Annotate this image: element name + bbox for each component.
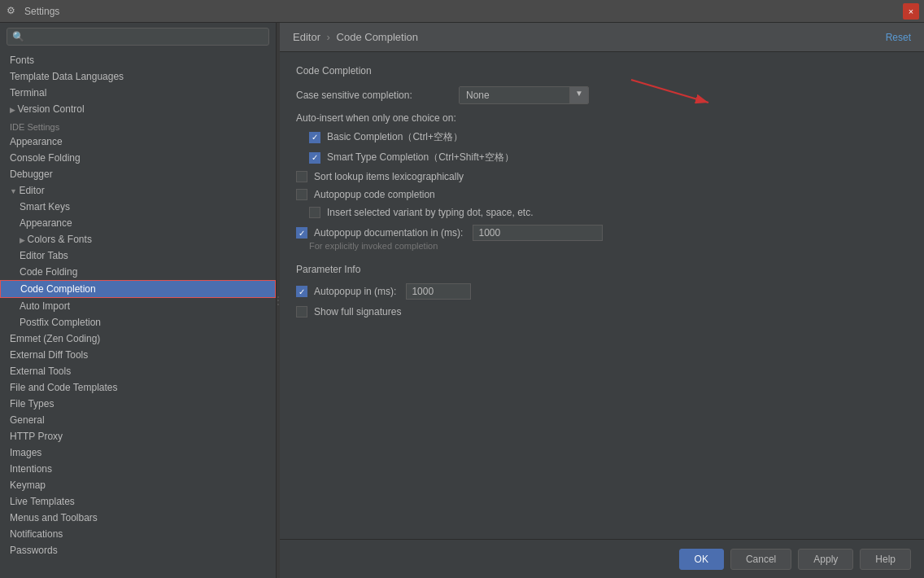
sidebar-item-smart-keys[interactable]: Smart Keys: [0, 199, 276, 215]
breadcrumb-code-completion: Code Completion: [337, 31, 418, 43]
smart-type-checkbox[interactable]: [309, 152, 320, 164]
sidebar-item-auto-import[interactable]: Auto Import: [0, 298, 276, 314]
parameter-info-section: Parameter Info Autopopup in (ms): Show f…: [296, 264, 908, 317]
search-input[interactable]: [28, 31, 264, 42]
sidebar-item-file-and-code-templates[interactable]: File and Code Templates: [0, 379, 276, 396]
sidebar-item-editor[interactable]: Editor: [0, 182, 276, 199]
search-box: 🔍: [7, 28, 269, 46]
sidebar-item-http-proxy[interactable]: HTTP Proxy: [0, 428, 276, 444]
sidebar-item-appearance[interactable]: Appearance: [0, 134, 276, 150]
sidebar-item-external-diff-tools[interactable]: External Diff Tools: [0, 347, 276, 363]
content-body: Code Completion Case sensitive completio…: [280, 52, 924, 539]
sidebar-item-debugger[interactable]: Debugger: [0, 166, 276, 182]
sidebar-item-passwords[interactable]: Passwords: [0, 542, 276, 558]
insert-selected-row: Insert selected variant by typing dot, s…: [296, 207, 908, 218]
autopopup-doc-input[interactable]: [473, 225, 603, 241]
breadcrumb-editor: Editor: [293, 31, 320, 43]
sidebar-item-file-types[interactable]: File Types: [0, 396, 276, 412]
sidebar-item-colors-fonts[interactable]: Colors & Fonts: [0, 231, 276, 247]
titlebar: ⚙ Settings ×: [0, 0, 924, 23]
autopopup-code-row: Autopopup code completion: [296, 189, 908, 200]
main-container: 🔍 Fonts Template Data Languages Terminal…: [0, 23, 924, 578]
breadcrumb: Editor › Code Completion: [293, 31, 418, 43]
sidebar-item-console-folding[interactable]: Console Folding: [0, 150, 276, 166]
sidebar: 🔍 Fonts Template Data Languages Terminal…: [0, 23, 277, 578]
content-area: Editor › Code Completion Reset Code Comp…: [280, 23, 924, 578]
sidebar-list: Fonts Template Data Languages Terminal V…: [0, 50, 276, 578]
autopopup-doc-label: Autopopup documentation in (ms):: [314, 227, 463, 239]
show-full-signatures-label: Show full signatures: [314, 306, 401, 317]
close-button[interactable]: ×: [903, 3, 919, 20]
case-sensitive-label: Case sensitive completion:: [296, 90, 459, 101]
basic-completion-label: Basic Completion（Ctrl+空格）: [327, 130, 463, 144]
sidebar-item-code-folding[interactable]: Code Folding: [0, 264, 276, 280]
autopopup-hint: For explicitly invoked completion: [296, 241, 908, 251]
sidebar-item-live-templates[interactable]: Live Templates: [0, 493, 276, 510]
autopopup-doc-checkbox[interactable]: [296, 227, 307, 239]
basic-completion-row: Basic Completion（Ctrl+空格）: [296, 130, 908, 144]
dropdown-arrow-icon[interactable]: ▼: [569, 87, 588, 103]
apply-button[interactable]: Apply: [798, 549, 853, 570]
insert-selected-label: Insert selected variant by typing dot, s…: [327, 207, 533, 218]
sort-lookup-checkbox[interactable]: [296, 171, 307, 182]
autopopup-in-checkbox[interactable]: [296, 286, 307, 297]
reset-button[interactable]: Reset: [886, 32, 911, 43]
autopopup-in-label: Autopopup in (ms):: [314, 286, 396, 297]
autopopup-code-label: Autopopup code completion: [314, 189, 435, 200]
window-title: Settings: [24, 6, 59, 17]
auto-insert-label: Auto-insert when only one choice on:: [296, 112, 908, 124]
search-icon: 🔍: [12, 31, 24, 42]
case-sensitive-value: None: [460, 87, 569, 103]
sidebar-item-version-control[interactable]: Version Control: [0, 101, 276, 117]
sidebar-item-emmet[interactable]: Emmet (Zen Coding): [0, 331, 276, 347]
smart-type-label: Smart Type Completion（Ctrl+Shift+空格）: [327, 151, 514, 164]
sidebar-item-template-data-languages[interactable]: Template Data Languages: [0, 68, 276, 85]
sidebar-item-appearance-child[interactable]: Appearance: [0, 215, 276, 231]
sidebar-item-terminal[interactable]: Terminal: [0, 85, 276, 101]
breadcrumb-separator: ›: [327, 31, 333, 43]
basic-completion-checkbox[interactable]: [309, 132, 320, 143]
case-sensitive-row: Case sensitive completion: None ▼: [296, 86, 908, 104]
section-title: Code Completion: [296, 65, 908, 77]
sidebar-item-external-tools[interactable]: External Tools: [0, 363, 276, 379]
sidebar-item-general[interactable]: General: [0, 412, 276, 428]
insert-selected-checkbox[interactable]: [309, 207, 320, 218]
help-button[interactable]: Help: [860, 549, 911, 570]
show-full-signatures-checkbox[interactable]: [296, 306, 307, 317]
sort-lookup-row: Sort lookup items lexicographically: [296, 171, 908, 182]
smart-type-row: Smart Type Completion（Ctrl+Shift+空格）: [296, 151, 908, 164]
ok-button[interactable]: OK: [679, 549, 724, 570]
sidebar-section-ide-settings: IDE Settings: [0, 117, 276, 134]
sidebar-item-postfix-completion[interactable]: Postfix Completion: [0, 314, 276, 331]
app-icon: ⚙: [7, 5, 20, 18]
autopopup-doc-row: Autopopup documentation in (ms):: [296, 225, 908, 241]
content-header: Editor › Code Completion Reset: [280, 23, 924, 52]
sidebar-item-images[interactable]: Images: [0, 444, 276, 461]
autopopup-in-input[interactable]: [406, 283, 471, 300]
sort-lookup-label: Sort lookup items lexicographically: [314, 171, 464, 182]
footer: OK Cancel Apply Help: [280, 539, 924, 578]
show-full-signatures-row: Show full signatures: [296, 306, 908, 317]
sidebar-item-editor-tabs[interactable]: Editor Tabs: [0, 247, 276, 264]
autopopup-in-row: Autopopup in (ms):: [296, 283, 908, 300]
sidebar-item-menus-toolbars[interactable]: Menus and Toolbars: [0, 510, 276, 526]
sidebar-item-intentions[interactable]: Intentions: [0, 461, 276, 477]
case-sensitive-dropdown[interactable]: None ▼: [459, 86, 589, 104]
sidebar-item-notifications[interactable]: Notifications: [0, 526, 276, 542]
cancel-button[interactable]: Cancel: [730, 549, 791, 570]
sidebar-item-keymap[interactable]: Keymap: [0, 477, 276, 493]
sidebar-item-code-completion[interactable]: Code Completion: [0, 280, 276, 298]
param-info-title: Parameter Info: [296, 264, 908, 275]
autopopup-code-checkbox[interactable]: [296, 189, 307, 200]
sidebar-item-fonts[interactable]: Fonts: [0, 52, 276, 68]
